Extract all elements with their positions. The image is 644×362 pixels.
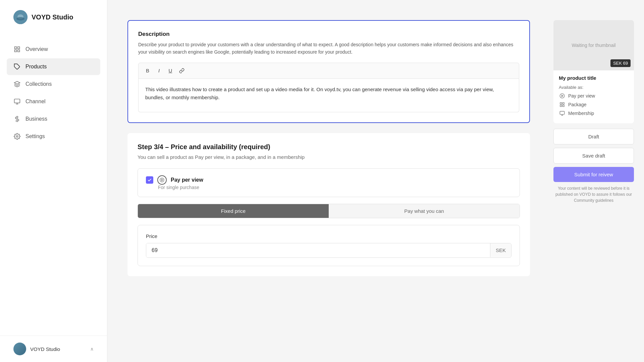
svg-rect-19 bbox=[562, 103, 564, 104]
fixed-price-tab[interactable]: Fixed price bbox=[138, 204, 329, 218]
sidebar-item-business-label: Business bbox=[25, 116, 47, 122]
dollar-icon bbox=[13, 115, 21, 123]
footer-avatar bbox=[13, 343, 26, 355]
description-title: Description bbox=[138, 31, 519, 38]
submit-button[interactable]: Submit for reivew bbox=[553, 167, 634, 182]
sidebar-item-overview-label: Overview bbox=[25, 46, 48, 52]
sidebar-footer[interactable]: VOYD Studio ∧ bbox=[0, 336, 107, 362]
sidebar-item-products-label: Products bbox=[25, 64, 47, 70]
svg-marker-15 bbox=[162, 179, 163, 181]
sidebar-item-collections[interactable]: Collections bbox=[7, 76, 100, 93]
available-item-membership: Membership bbox=[559, 110, 629, 117]
chevron-up-icon: ∧ bbox=[90, 346, 94, 352]
save-draft-button[interactable]: Save draft bbox=[553, 148, 634, 164]
price-badge: SEK 69 bbox=[610, 59, 631, 67]
logo-text: VOYD Studio bbox=[32, 13, 73, 21]
svg-rect-5 bbox=[18, 50, 20, 52]
sidebar-item-business[interactable]: Business bbox=[7, 111, 100, 127]
price-toggle: Fixed price Pay what you can bbox=[138, 204, 520, 218]
description-section: Description Describe your product to pro… bbox=[127, 20, 530, 123]
draft-button[interactable]: Draft bbox=[553, 129, 634, 144]
ppv-play-icon bbox=[157, 175, 167, 185]
svg-rect-6 bbox=[15, 50, 17, 52]
sidebar-item-overview[interactable]: Overview bbox=[7, 41, 100, 58]
sidebar-item-products[interactable]: Products bbox=[7, 58, 100, 75]
price-input-wrapper: SEK bbox=[146, 243, 512, 258]
svg-point-16 bbox=[560, 94, 564, 98]
monitor-icon bbox=[13, 98, 21, 105]
preview-info: My product title Available as: Pay per v… bbox=[553, 70, 634, 123]
sidebar-item-channel[interactable]: Channel bbox=[7, 93, 100, 110]
underline-button[interactable]: U bbox=[165, 66, 175, 76]
main-content: Description Describe your product to pro… bbox=[107, 0, 550, 362]
footer-studio-name: VOYD Studio bbox=[30, 346, 60, 352]
description-hint: Describe your product to provide your cu… bbox=[138, 41, 519, 56]
logo-avatar bbox=[13, 10, 28, 24]
link-button[interactable] bbox=[177, 66, 187, 76]
available-as-label: Available as: bbox=[559, 85, 629, 90]
right-panel: Waiting for thumbnail SEK 69 My product … bbox=[550, 0, 644, 362]
ppv-checkbox[interactable] bbox=[146, 176, 153, 184]
svg-marker-8 bbox=[14, 81, 20, 84]
monitor-small-icon bbox=[559, 110, 566, 117]
preview-card: Waiting for thumbnail SEK 69 My product … bbox=[553, 20, 634, 123]
thumbnail-placeholder-text: Waiting for thumbnail bbox=[572, 43, 616, 48]
svg-rect-22 bbox=[560, 111, 564, 114]
tag-icon bbox=[13, 63, 21, 70]
price-input[interactable] bbox=[146, 243, 490, 257]
grid-icon bbox=[13, 46, 21, 53]
svg-point-2 bbox=[16, 17, 24, 20]
sidebar-item-collections-label: Collections bbox=[25, 81, 52, 87]
bold-button[interactable]: B bbox=[143, 66, 153, 76]
step-title: Step 3/4 – Price and availability (requi… bbox=[138, 143, 520, 151]
layers-icon bbox=[13, 80, 21, 88]
svg-rect-9 bbox=[14, 99, 20, 103]
svg-marker-17 bbox=[562, 95, 563, 97]
preview-thumbnail: Waiting for thumbnail SEK 69 bbox=[553, 20, 634, 70]
action-buttons: Draft Save draft Submit for reivew Your … bbox=[553, 129, 634, 203]
italic-button[interactable]: I bbox=[154, 66, 164, 76]
grid-small-icon bbox=[559, 101, 566, 108]
sidebar: VOYD Studio Overview Products bbox=[0, 0, 107, 362]
ppv-title: Pay per view bbox=[171, 177, 203, 183]
sidebar-item-channel-label: Channel bbox=[25, 99, 46, 105]
available-item-ppv: Pay per view bbox=[559, 93, 629, 99]
editor-toolbar: B I U bbox=[138, 63, 519, 79]
svg-rect-3 bbox=[15, 47, 17, 49]
pay-what-you-can-tab[interactable]: Pay what you can bbox=[329, 204, 520, 218]
svg-point-14 bbox=[160, 178, 164, 182]
price-currency: SEK bbox=[490, 243, 511, 257]
svg-rect-20 bbox=[562, 105, 564, 107]
svg-rect-4 bbox=[18, 47, 20, 49]
submit-hint: Your content will be reviewed before it … bbox=[553, 185, 634, 203]
footer-user: VOYD Studio bbox=[13, 343, 60, 355]
sidebar-item-settings-label: Settings bbox=[25, 133, 45, 139]
price-section: Step 3/4 – Price and availability (requi… bbox=[127, 133, 530, 276]
description-editor[interactable]: This video illustrates how to create a p… bbox=[138, 79, 519, 112]
sidebar-item-settings[interactable]: Settings bbox=[7, 128, 100, 145]
available-item-package: Package bbox=[559, 101, 629, 108]
step-hint: You can sell a product as Pay per view, … bbox=[138, 154, 520, 160]
svg-rect-18 bbox=[560, 103, 562, 104]
available-membership-label: Membership bbox=[568, 111, 594, 116]
pay-per-view-card: Pay per view For single purchase bbox=[138, 168, 520, 197]
available-package-label: Package bbox=[568, 102, 586, 107]
nav-menu: Overview Products Collections bbox=[0, 38, 107, 336]
ppv-header-row: Pay per view bbox=[146, 175, 512, 185]
price-label: Price bbox=[146, 233, 512, 239]
available-ppv-label: Pay per view bbox=[568, 93, 595, 99]
ppv-subtitle: For single purchase bbox=[146, 185, 512, 190]
svg-point-13 bbox=[16, 136, 18, 137]
gear-icon bbox=[13, 133, 21, 140]
price-card: Price SEK bbox=[138, 225, 520, 266]
logo-area: VOYD Studio bbox=[0, 10, 107, 38]
svg-rect-21 bbox=[560, 105, 562, 107]
play-circle-icon bbox=[559, 93, 566, 99]
product-title-preview: My product title bbox=[559, 75, 629, 81]
